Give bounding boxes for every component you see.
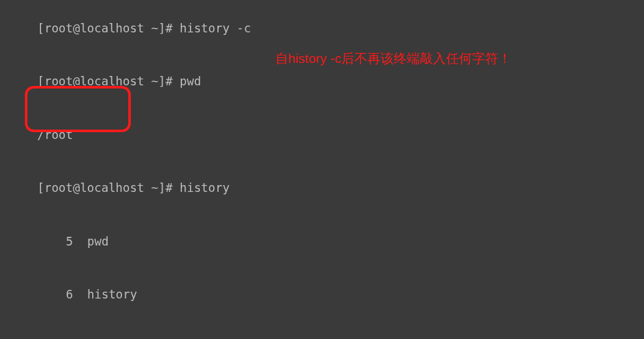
prompt: [root@localhost ~]# — [37, 21, 180, 35]
top-line-empty-prompt: [root@localhost ~]# — [0, 321, 644, 339]
top-line-pwd-output: /root — [0, 108, 644, 161]
terminal-pane-top[interactable]: [root@localhost ~]# history -c [root@loc… — [0, 0, 644, 339]
top-line-history-cmd: [root@localhost ~]# history — [0, 161, 644, 215]
history-command: history — [87, 287, 137, 301]
history-command: pwd — [87, 234, 108, 248]
history-number: 6 — [66, 287, 73, 301]
history-gap — [73, 234, 87, 248]
annotation-text: 自history -c后不再该终端敲入任何字符！ — [275, 49, 511, 69]
history-gap — [73, 287, 87, 301]
command-text: history — [180, 181, 230, 194]
prompt: [root@localhost ~]# — [37, 74, 180, 88]
prompt: [root@localhost ~]# — [37, 181, 180, 194]
top-history-entry-6: 6 history — [0, 268, 644, 322]
top-history-entry-5: 5 pwd — [0, 214, 644, 268]
command-text: pwd — [180, 74, 201, 88]
output-text: /root — [37, 128, 73, 141]
command-text: history -c — [180, 21, 251, 35]
history-number: 5 — [66, 234, 73, 248]
top-line-history-c: [root@localhost ~]# history -c — [0, 1, 644, 55]
